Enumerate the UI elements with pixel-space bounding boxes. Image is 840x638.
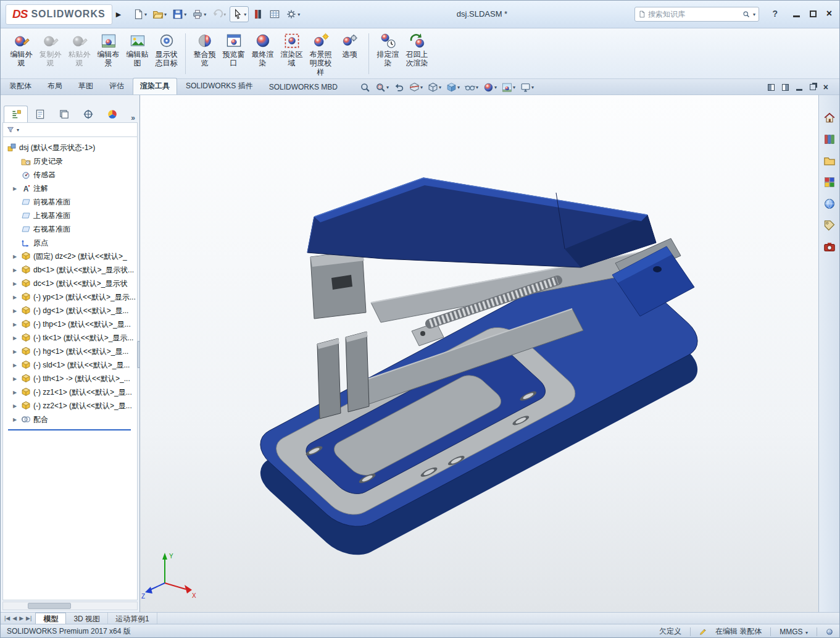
tree-item-component-tth[interactable]: ▶(-) tth<1> -> (默认<<默认>_... bbox=[3, 372, 137, 385]
menu-expand-arrow-icon[interactable]: ▶ bbox=[116, 10, 121, 19]
home-icon[interactable] bbox=[823, 111, 836, 124]
minimize-button[interactable] bbox=[793, 15, 800, 17]
edit-scene-button[interactable]: 编辑布景 bbox=[94, 31, 123, 68]
tree-horizontal-scrollbar[interactable] bbox=[2, 602, 138, 610]
search-input[interactable] bbox=[648, 10, 740, 19]
tree-item-component-dg[interactable]: ▶(-) dg<1> (默认<<默认>_显... bbox=[3, 304, 137, 317]
search-icon[interactable] bbox=[742, 10, 750, 18]
view-orientation-button[interactable]: ▾ bbox=[428, 82, 441, 93]
search-scope-icon[interactable] bbox=[638, 10, 646, 18]
top-cover-part[interactable] bbox=[307, 178, 656, 267]
document-close-button[interactable]: × bbox=[823, 83, 828, 91]
xpert-button[interactable] bbox=[267, 6, 282, 22]
expand-arrow-icon[interactable]: ▶ bbox=[13, 186, 21, 191]
next-tab-button[interactable]: ▶ bbox=[19, 615, 23, 621]
undo-button[interactable]: ▾ bbox=[210, 6, 228, 22]
tab-layout[interactable]: 布局 bbox=[40, 78, 70, 94]
instant3d-button[interactable] bbox=[251, 6, 265, 22]
render-options-button[interactable]: 选项 bbox=[335, 31, 364, 59]
zoom-to-fit-button[interactable] bbox=[360, 82, 370, 93]
first-tab-button[interactable]: |◀ bbox=[4, 615, 10, 621]
last-tab-button[interactable]: ▶| bbox=[26, 615, 31, 621]
tree-item-component-sld[interactable]: ▶(-) sld<1> (默认<<默认>_显... bbox=[3, 358, 137, 372]
split-pane-left-button[interactable] bbox=[768, 84, 775, 91]
select-button[interactable]: ▾ bbox=[230, 6, 249, 22]
options-button[interactable]: ▾ bbox=[284, 6, 302, 22]
appearances-scenes-icon[interactable] bbox=[823, 198, 836, 210]
tree-item-component-thp[interactable]: ▶(-) thp<1> (默认<<默认>_显... bbox=[3, 317, 137, 331]
graphics-viewport[interactable]: Y X Z bbox=[140, 95, 820, 612]
tab-solidworks-mbd[interactable]: SOLIDWORKS MBD bbox=[262, 80, 345, 94]
help-button[interactable]: ? bbox=[772, 9, 778, 19]
expand-arrow-icon[interactable]: ▶ bbox=[13, 349, 21, 355]
feature-manager-tab[interactable] bbox=[4, 106, 28, 122]
chevron-down-icon[interactable]: ▾ bbox=[753, 12, 755, 17]
render-region-button[interactable]: 渲染区域 bbox=[277, 31, 306, 68]
expand-arrow-icon[interactable]: ▶ bbox=[13, 363, 21, 368]
schedule-render-button[interactable]: 排定渲染 bbox=[373, 31, 402, 68]
display-manager-tab[interactable] bbox=[100, 106, 124, 122]
split-pane-right-button[interactable] bbox=[782, 84, 789, 91]
preview-window-button[interactable]: 预览窗口 bbox=[219, 31, 248, 68]
tree-item-component-zz2[interactable]: ▶(-) zz2<1> (默认<<默认>_显... bbox=[3, 399, 137, 413]
tab-model[interactable]: 模型 bbox=[35, 613, 66, 624]
property-manager-tab[interactable] bbox=[28, 106, 52, 122]
tree-item-component-zz1[interactable]: ▶(-) zz1<1> (默认<<默认>_显... bbox=[3, 385, 137, 399]
apply-scene-button[interactable]: ▾ bbox=[502, 82, 515, 93]
front-head-part[interactable] bbox=[310, 251, 366, 319]
display-state-target-button[interactable]: 显示状态目标 bbox=[152, 31, 181, 68]
dimxpert-manager-tab[interactable] bbox=[76, 106, 100, 122]
tree-item-front-plane[interactable]: 前视基准面 bbox=[3, 195, 137, 209]
edit-appearance-button[interactable]: 编辑外观 bbox=[7, 31, 36, 68]
expand-panel-chevron-icon[interactable]: » bbox=[131, 114, 136, 122]
previous-view-button[interactable] bbox=[394, 82, 404, 93]
final-render-button[interactable]: 最终渲染 bbox=[248, 31, 277, 68]
copy-appearance-button[interactable]: 复制外观 bbox=[36, 31, 65, 68]
expand-arrow-icon[interactable]: ▶ bbox=[13, 390, 21, 395]
file-explorer-icon[interactable] bbox=[823, 154, 836, 167]
recall-last-render-button[interactable]: 召回上次渲染 bbox=[402, 31, 431, 68]
save-button[interactable]: ▾ bbox=[170, 6, 188, 22]
hide-show-items-button[interactable]: ▾ bbox=[465, 82, 478, 93]
expand-arrow-icon[interactable]: ▶ bbox=[13, 322, 21, 327]
units-selector[interactable]: MMGS ▾ bbox=[780, 628, 808, 636]
tab-assembly[interactable]: 装配体 bbox=[2, 78, 39, 94]
print-button[interactable]: ▾ bbox=[190, 6, 208, 22]
tab-solidworks-addins[interactable]: SOLIDWORKS 插件 bbox=[178, 78, 260, 94]
tree-item-right-plane[interactable]: 右视基准面 bbox=[3, 222, 137, 236]
design-library-icon[interactable] bbox=[823, 133, 836, 145]
tree-item-component-dc[interactable]: ▶dc<1> (默认<<默认>_显示状 bbox=[3, 277, 137, 290]
expand-arrow-icon[interactable]: ▶ bbox=[13, 267, 21, 273]
expand-arrow-icon[interactable]: ▶ bbox=[13, 295, 21, 300]
proof-sheet-button[interactable]: 布景照明度校样 bbox=[306, 31, 335, 77]
scrollbar-thumb[interactable] bbox=[28, 603, 71, 609]
zoom-area-button[interactable]: ▾ bbox=[375, 82, 389, 93]
tree-item-assembly-root[interactable]: dsj (默认<显示状态-1>) bbox=[3, 141, 137, 154]
expand-arrow-icon[interactable]: ▶ bbox=[13, 254, 21, 259]
document-restore-button[interactable] bbox=[810, 84, 816, 90]
view-palette-icon[interactable] bbox=[823, 176, 836, 188]
maximize-button[interactable] bbox=[810, 10, 817, 17]
integrated-preview-button[interactable]: 整合预览 bbox=[190, 31, 219, 68]
tree-item-origin[interactable]: 原点 bbox=[3, 236, 137, 250]
open-button[interactable]: ▾ bbox=[151, 6, 168, 22]
tab-motion-study[interactable]: 运动算例1 bbox=[108, 613, 157, 624]
tab-3d-views[interactable]: 3D 视图 bbox=[66, 613, 108, 624]
tree-item-component-hg[interactable]: ▶(-) hg<1> (默认<<默认>_显... bbox=[3, 345, 137, 358]
tree-item-annotations[interactable]: ▶注解 bbox=[3, 182, 137, 195]
document-minimize-button[interactable] bbox=[796, 89, 802, 91]
custom-properties-icon[interactable] bbox=[823, 219, 836, 232]
expand-arrow-icon[interactable]: ▶ bbox=[13, 335, 21, 341]
tree-item-component-db[interactable]: ▶db<1> (默认<<默认>_显示状... bbox=[3, 263, 137, 277]
tree-item-history[interactable]: 历史记录 bbox=[3, 154, 137, 168]
configuration-manager-tab[interactable] bbox=[52, 106, 76, 122]
paste-appearance-button[interactable]: 粘贴外观 bbox=[65, 31, 94, 68]
display-style-button[interactable]: ▾ bbox=[446, 82, 460, 93]
expand-arrow-icon[interactable]: ▶ bbox=[13, 417, 21, 422]
expand-arrow-icon[interactable]: ▶ bbox=[13, 308, 21, 314]
tree-item-sensors[interactable]: 传感器 bbox=[3, 168, 137, 182]
edit-appearance-hud-button[interactable]: ▾ bbox=[483, 82, 497, 93]
edit-decal-button[interactable]: 编辑贴图 bbox=[123, 31, 152, 68]
tab-render-tools[interactable]: 渲染工具 bbox=[133, 78, 177, 94]
stapler-model[interactable]: Y X Z bbox=[140, 95, 820, 612]
